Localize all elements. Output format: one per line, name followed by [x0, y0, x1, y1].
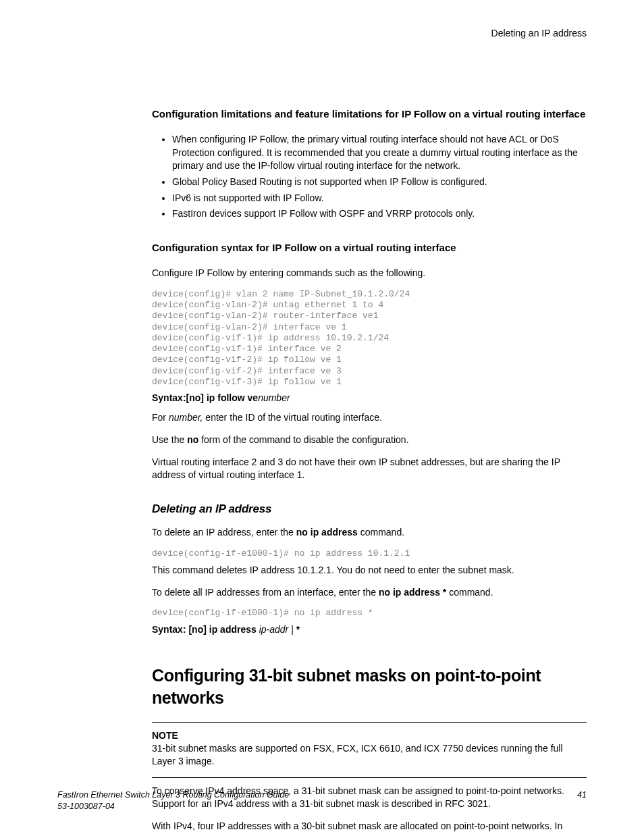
paragraph: To delete an IP address, enter the no ip… [152, 526, 587, 539]
note-label: NOTE [152, 729, 587, 742]
bold-text: no ip address [296, 527, 358, 538]
paragraph: To delete all IP addresses from an inter… [152, 586, 587, 599]
doc-title: FastIron Ethernet Switch Layer 3 Routing… [57, 789, 289, 801]
text: For [152, 412, 169, 423]
paragraph: With IPv4, four IP addresses with a 30-b… [152, 820, 587, 835]
running-header: Deleting an IP address [152, 27, 587, 40]
paragraph: Use the no form of the command to disabl… [152, 434, 587, 446]
text: form of the command to disable the confi… [198, 434, 408, 445]
paragraph: For number, enter the ID of the virtual … [152, 411, 587, 424]
list-item: FastIron devices support IP Follow with … [172, 207, 587, 221]
text: command. [358, 527, 404, 538]
section-heading-31bit: Configuring 31-bit subnet masks on point… [152, 664, 587, 710]
syntax-bold: * [296, 624, 300, 635]
bold-text: no ip address * [379, 587, 446, 598]
text: command. [446, 587, 493, 598]
text: To delete all IP addresses from an inter… [152, 587, 379, 598]
paragraph: Virtual routing interface 2 and 3 do not… [152, 456, 587, 481]
text: Use the [152, 434, 187, 445]
page-number: 41 [577, 789, 587, 812]
bold-text: no [187, 434, 198, 445]
syntax-bold: Syntax:[no] ip follow ve [152, 392, 258, 403]
syntax-italic: number [258, 392, 290, 403]
note-body: 31-bit subnet masks are supported on FSX… [152, 742, 587, 768]
section-heading-syntax: Configuration syntax for IP Follow on a … [152, 241, 587, 255]
limitations-list: When configuring IP Follow, the primary … [152, 133, 587, 221]
doc-number: 53-1003087-04 [57, 801, 289, 812]
syntax-line: Syntax:[no] ip follow venumber [152, 392, 587, 405]
paragraph: This command deletes IP address 10.1.2.1… [152, 564, 587, 577]
rule [152, 722, 587, 723]
text: | [288, 624, 296, 635]
page-footer: FastIron Ethernet Switch Layer 3 Routing… [57, 789, 587, 812]
rule [152, 777, 587, 778]
footer-left: FastIron Ethernet Switch Layer 3 Routing… [57, 789, 289, 812]
section-heading-deleting: Deleting an IP address [152, 502, 587, 517]
text: enter the ID of the virtual routing inte… [203, 412, 381, 423]
code-block: device(config-if-e1000-1)# no ip address… [152, 608, 587, 619]
syntax-bold: Syntax: [no] ip address [152, 624, 259, 635]
list-item: IPv6 is not supported with IP Follow. [172, 192, 587, 205]
syntax-italic: ip-addr [259, 624, 289, 635]
code-block: device(config)# vlan 2 name IP-Subnet_10… [152, 289, 587, 388]
text: To delete an IP address, enter the [152, 527, 296, 538]
list-item: Global Policy Based Routing is not suppo… [172, 176, 587, 189]
section-heading-limitations: Configuration limitations and feature li… [152, 107, 587, 121]
code-block: device(config-if-e1000-1)# no ip address… [152, 548, 587, 559]
intro-text: Configure IP Follow by entering commands… [152, 267, 587, 280]
list-item: When configuring IP Follow, the primary … [172, 133, 587, 173]
italic-text: number, [169, 412, 203, 423]
syntax-line: Syntax: [no] ip address ip-addr | * [152, 623, 587, 636]
